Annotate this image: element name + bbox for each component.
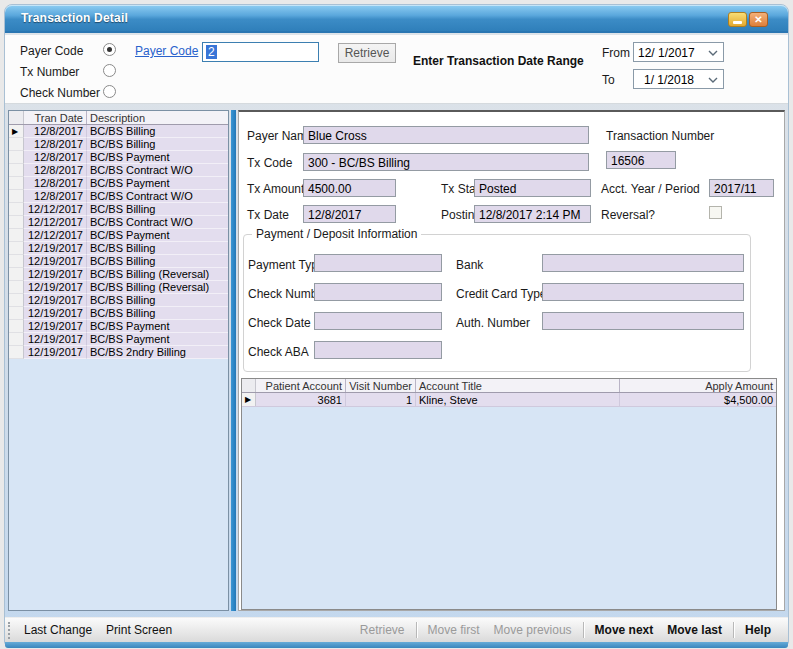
row-header-column	[9, 111, 24, 124]
window-title: Transaction Detail	[21, 11, 128, 25]
search-by-radio-label: Check Number	[20, 86, 100, 100]
list-item[interactable]: 12/19/2017BC/BS Payment	[9, 333, 228, 346]
list-item[interactable]: 12/19/2017BC/BS Billing	[9, 255, 228, 268]
payment-left-2-field	[314, 312, 442, 330]
reversal-label: Reversal?	[601, 208, 655, 222]
tran-date-cell: 12/19/2017	[24, 268, 87, 281]
toolbar-separator	[733, 622, 734, 638]
list-item[interactable]: 12/8/2017BC/BS Contract W/O	[9, 164, 228, 177]
from-date-value: 12/ 1/2017	[638, 46, 695, 60]
list-item[interactable]: 12/19/2017BC/BS Billing	[9, 307, 228, 320]
row-header-cell	[9, 346, 24, 359]
transaction-detail-window: Transaction Detail ✕ Payer CodeTx Number…	[0, 0, 793, 649]
visit-number-column-header[interactable]: Visit Number	[346, 379, 416, 392]
minimize-button[interactable]	[728, 12, 747, 27]
list-item[interactable]: 12/8/2017BC/BS Contract W/O	[9, 190, 228, 203]
retrieve-toolbar-button[interactable]: Retrieve	[353, 620, 412, 640]
list-item[interactable]: 12/8/2017BC/BS Payment	[9, 177, 228, 190]
from-label: From	[602, 46, 630, 60]
tran-date-cell: 12/19/2017	[24, 255, 87, 268]
move-last-toolbar-button[interactable]: Move last	[660, 620, 729, 640]
close-button[interactable]: ✕	[749, 12, 768, 27]
list-item[interactable]: 12/12/2017BC/BS Contract W/O	[9, 216, 228, 229]
row-header-cell	[9, 320, 24, 333]
selected-row-arrow-icon: ▶	[12, 125, 18, 138]
list-item[interactable]: 12/12/2017BC/BS Payment	[9, 229, 228, 242]
list-item[interactable]: 12/19/2017BC/BS 2ndry Billing	[9, 346, 228, 359]
row-header-cell	[9, 281, 24, 294]
chevron-down-icon	[708, 50, 718, 56]
apply-table-header: Patient Account Visit Number Account Tit…	[242, 379, 776, 393]
toolbar-left-buttons: Last ChangePrint Screen	[17, 620, 179, 640]
description-cell: BC/BS Payment	[87, 320, 228, 333]
payment-left-0-field	[314, 254, 442, 272]
description-cell: BC/BS Billing	[87, 294, 228, 307]
payment-right-2-field	[542, 312, 744, 330]
list-item[interactable]: 12/19/2017BC/BS Payment	[9, 320, 228, 333]
toolbar-separator	[416, 622, 417, 638]
row-header-cell	[9, 268, 24, 281]
tran-date-column-header[interactable]: Tran Date	[24, 111, 87, 124]
table-row[interactable]: ▶36811Kline, Steve$4,500.00	[242, 393, 776, 407]
tran-date-cell: 12/19/2017	[24, 281, 87, 294]
move-first-toolbar-button[interactable]: Move first	[421, 620, 487, 640]
row-header-cell: ▶	[242, 393, 256, 406]
list-item[interactable]: 12/12/2017BC/BS Billing	[9, 203, 228, 216]
account-title-column-header[interactable]: Account Title	[416, 379, 620, 392]
apply-amount-column-header[interactable]: Apply Amount	[620, 379, 776, 392]
list-item[interactable]: ▶12/8/2017BC/BS Billing	[9, 125, 228, 138]
tran-date-cell: 12/19/2017	[24, 307, 87, 320]
radio-button-check-number[interactable]	[103, 85, 116, 98]
print-screen-toolbar-button[interactable]: Print Screen	[99, 620, 179, 640]
row-header-cell	[9, 151, 24, 164]
list-item[interactable]: 12/19/2017BC/BS Billing (Reversal)	[9, 281, 228, 294]
payment-right-0-field	[542, 254, 744, 272]
titlebar[interactable]: Transaction Detail	[5, 5, 788, 33]
payment-left-2-label: Check Date	[248, 316, 311, 330]
apply-table-rows: ▶36811Kline, Steve$4,500.00	[242, 393, 776, 407]
toolbar-right-buttons: RetrieveMove firstMove previousMove next…	[353, 620, 788, 640]
row-header-cell	[9, 333, 24, 346]
description-cell: BC/BS Contract W/O	[87, 190, 228, 203]
list-item[interactable]: 12/19/2017BC/BS Billing	[9, 294, 228, 307]
move-next-toolbar-button[interactable]: Move next	[588, 620, 661, 640]
description-cell: BC/BS Billing (Reversal)	[87, 281, 228, 294]
tran-date-cell: 12/8/2017	[24, 138, 87, 151]
description-column-header[interactable]: Description	[87, 111, 228, 124]
tran-date-cell: 12/8/2017	[24, 125, 87, 138]
list-item[interactable]: 12/8/2017BC/BS Payment	[9, 151, 228, 164]
search-by-radio-label: Payer Code	[20, 44, 83, 58]
tx-date-label: Tx Date	[247, 208, 289, 222]
patient-account-column-header[interactable]: Patient Account	[256, 379, 346, 392]
radio-button-tx-number[interactable]	[103, 64, 116, 77]
description-cell: BC/BS Billing (Reversal)	[87, 268, 228, 281]
tran-date-cell: 12/19/2017	[24, 333, 87, 346]
retrieve-button[interactable]: Retrieve	[338, 43, 396, 63]
reversal-checkbox[interactable]	[709, 206, 722, 219]
list-item[interactable]: 12/19/2017BC/BS Billing (Reversal)	[9, 268, 228, 281]
payer-code-link[interactable]: Payer Code	[135, 44, 198, 58]
description-cell: BC/BS 2ndry Billing	[87, 346, 228, 359]
help-toolbar-button[interactable]: Help	[738, 620, 778, 640]
radio-dot-icon	[107, 47, 112, 52]
move-previous-toolbar-button[interactable]: Move previous	[487, 620, 579, 640]
close-icon: ✕	[754, 15, 762, 25]
payer-name-field: Blue Cross	[303, 126, 589, 144]
radio-button-payer-code[interactable]	[103, 43, 116, 56]
from-date-dropdown[interactable]: 12/ 1/2017	[633, 42, 724, 62]
last-change-toolbar-button[interactable]: Last Change	[17, 620, 99, 640]
tx-code-field: 300 - BC/BS Billing	[303, 153, 589, 171]
row-header-column	[242, 379, 256, 392]
payer-code-input[interactable]: 2	[202, 42, 319, 62]
list-item[interactable]: 12/8/2017BC/BS Billing	[9, 138, 228, 151]
to-date-dropdown[interactable]: 1/ 1/2018	[633, 69, 724, 89]
description-cell: BC/BS Payment	[87, 177, 228, 190]
tran-date-cell: 12/12/2017	[24, 216, 87, 229]
description-cell: BC/BS Payment	[87, 151, 228, 164]
toolbar-grip-icon[interactable]	[8, 622, 11, 639]
tran-date-cell: 12/8/2017	[24, 164, 87, 177]
splitter-handle[interactable]	[231, 110, 236, 611]
list-item[interactable]: 12/19/2017BC/BS Billing	[9, 242, 228, 255]
minimize-icon	[733, 21, 742, 24]
apply-table: Patient Account Visit Number Account Tit…	[241, 378, 777, 610]
